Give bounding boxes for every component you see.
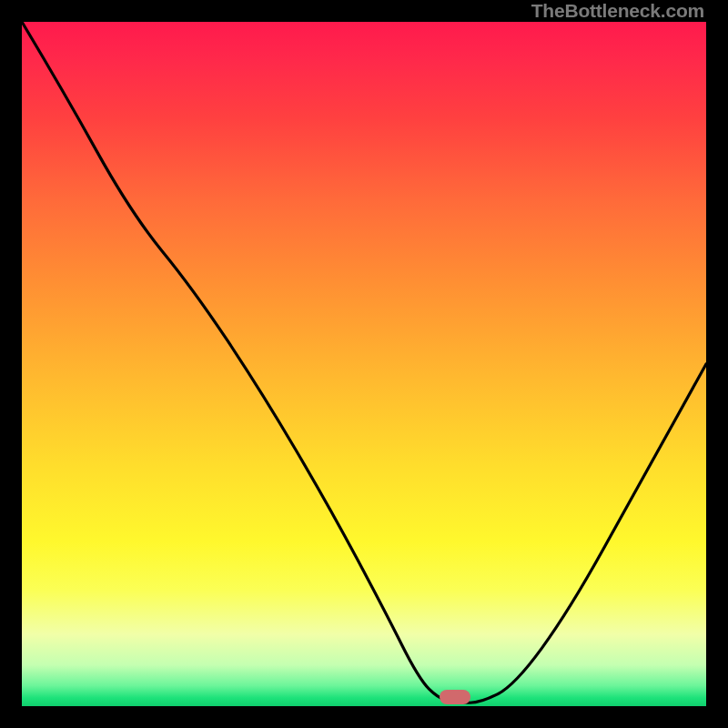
watermark-text: TheBottleneck.com	[531, 0, 704, 22]
bottleneck-curve	[22, 22, 706, 706]
plot-area	[22, 22, 706, 706]
optimum-marker	[440, 690, 470, 704]
chart-frame: TheBottleneck.com	[0, 0, 728, 728]
